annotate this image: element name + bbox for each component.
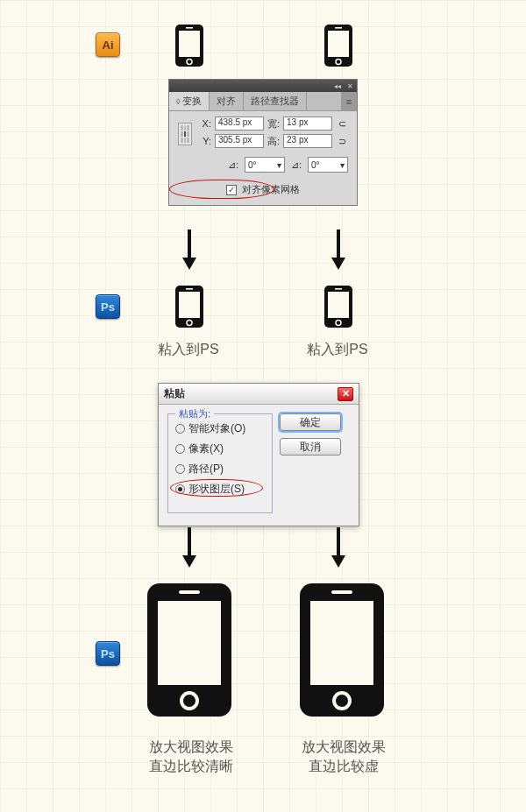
- radio-path-label: 路径(P): [188, 462, 224, 477]
- tab-transform-label: 变换: [182, 95, 202, 106]
- chevron-down-icon: ▾: [340, 160, 345, 170]
- shear-value: 0°: [311, 160, 320, 170]
- radio-pixels-label: 像素(X): [188, 441, 224, 456]
- chevron-down-icon: ▾: [277, 160, 281, 170]
- svg-rect-27: [179, 590, 200, 594]
- cancel-button[interactable]: 取消: [280, 438, 341, 455]
- svg-rect-7: [335, 27, 342, 29]
- ps-paste-dialog: 粘贴 ✕ 粘贴为: 智能对象(O) 像素(X) 路径(P) 形状图层(S) 确定…: [158, 383, 359, 526]
- svg-rect-5: [328, 31, 349, 57]
- y-input[interactable]: 305.5 px: [215, 134, 264, 148]
- caption-result-left-l2: 直边比较清晰: [130, 757, 252, 776]
- tab-transform[interactable]: ◊ 变换: [169, 92, 210, 110]
- shear-label: ⊿:: [290, 159, 302, 171]
- caption-paste-left: 粘入到PS: [149, 340, 228, 359]
- x-label: X:: [199, 118, 211, 129]
- phone-result-sharp: [146, 582, 233, 718]
- dialog-titlebar: 粘贴 ✕: [159, 384, 359, 405]
- svg-marker-11: [331, 258, 345, 270]
- red-highlight-oval: [170, 479, 263, 497]
- h-label: 高:: [267, 135, 280, 148]
- ps-app-icon: Ps: [96, 641, 120, 666]
- svg-rect-17: [328, 292, 349, 318]
- red-highlight-oval: [169, 180, 274, 199]
- tab-pathfinder[interactable]: 路径查找器: [244, 92, 307, 110]
- phone-result-fuzzy: [298, 582, 386, 718]
- ps-app-label: Ps: [101, 300, 115, 314]
- h-input[interactable]: 23 px: [283, 134, 332, 148]
- x-input[interactable]: 438.5 px: [215, 117, 264, 131]
- ai-app-icon: Ai: [96, 32, 120, 57]
- svg-rect-13: [179, 292, 200, 318]
- svg-rect-29: [310, 601, 373, 685]
- tab-pathfinder-label: 路径查找器: [251, 95, 299, 106]
- shear-select[interactable]: 0°▾: [308, 157, 348, 173]
- arrow-down-icon: [181, 526, 197, 568]
- caption-result-right-l2: 直边比较虚: [282, 757, 405, 776]
- angle-value: 0°: [248, 160, 257, 170]
- y-label: Y:: [199, 136, 211, 146]
- panel-collapse-icon[interactable]: ◂◂: [333, 82, 342, 89]
- ai-app-label: Ai: [103, 39, 114, 52]
- phone-icon-ai-left: [174, 24, 204, 67]
- w-input[interactable]: 13 px: [283, 117, 332, 131]
- svg-marker-21: [182, 555, 196, 568]
- ps-app-label: Ps: [101, 647, 115, 660]
- ai-transform-panel: ◂◂ ✕ ◊ 变换 对齐 路径查找器 ≡ X: 438.5 px 宽: 13 p…: [168, 79, 358, 206]
- svg-rect-31: [331, 590, 352, 594]
- tab-align-label: 对齐: [217, 95, 236, 106]
- angle-label: ⊿:: [227, 159, 239, 171]
- paste-as-fieldset: 粘贴为: 智能对象(O) 像素(X) 路径(P) 形状图层(S): [167, 413, 273, 513]
- ai-panel-titlebar: ◂◂ ✕: [169, 80, 357, 92]
- reference-point-selector[interactable]: [178, 123, 192, 145]
- close-icon[interactable]: ✕: [338, 387, 353, 401]
- arrow-down-icon: [331, 228, 346, 270]
- caption-paste-right: 粘入到PS: [298, 340, 377, 359]
- radio-smart-object[interactable]: 智能对象(O): [175, 421, 265, 436]
- caption-result-left-l1: 放大视图效果: [130, 738, 252, 757]
- svg-marker-9: [182, 258, 196, 270]
- svg-rect-19: [335, 288, 342, 290]
- link-wh-icon[interactable]: ⊂: [336, 118, 348, 130]
- ai-panel-tabs: ◊ 变换 对齐 路径查找器 ≡: [169, 92, 357, 111]
- phone-icon-ps-left: [174, 285, 204, 328]
- angle-select[interactable]: 0°▾: [245, 157, 285, 173]
- radio-path[interactable]: 路径(P): [175, 462, 265, 477]
- w-label: 宽:: [267, 117, 280, 131]
- phone-icon-ps-right: [323, 285, 353, 328]
- svg-rect-1: [179, 31, 200, 57]
- ok-button-label: 确定: [300, 415, 321, 430]
- phone-icon-ai-right: [323, 24, 353, 67]
- ps-app-icon: Ps: [96, 294, 120, 319]
- dialog-title: 粘贴: [164, 386, 185, 401]
- tab-align[interactable]: 对齐: [210, 92, 244, 110]
- caption-result-right-l1: 放大视图效果: [282, 738, 405, 757]
- cancel-button-label: 取消: [300, 440, 321, 455]
- radio-pixels[interactable]: 像素(X): [175, 441, 265, 456]
- link-wh-icon-b[interactable]: ⊃: [336, 136, 348, 147]
- panel-close-icon[interactable]: ✕: [345, 82, 354, 89]
- radio-shape-layer[interactable]: 形状图层(S): [175, 482, 265, 497]
- svg-rect-25: [158, 601, 221, 685]
- svg-marker-23: [331, 555, 345, 568]
- panel-menu-icon[interactable]: ≡: [341, 92, 357, 110]
- dialog-buttons: 确定 取消: [280, 413, 341, 513]
- radio-smart-object-label: 智能对象(O): [188, 421, 245, 436]
- arrow-down-icon: [181, 228, 197, 270]
- fieldset-legend: 粘贴为:: [175, 407, 214, 420]
- ok-button[interactable]: 确定: [280, 413, 341, 431]
- svg-rect-3: [186, 27, 193, 29]
- arrow-down-icon: [331, 526, 346, 568]
- svg-rect-15: [186, 288, 193, 290]
